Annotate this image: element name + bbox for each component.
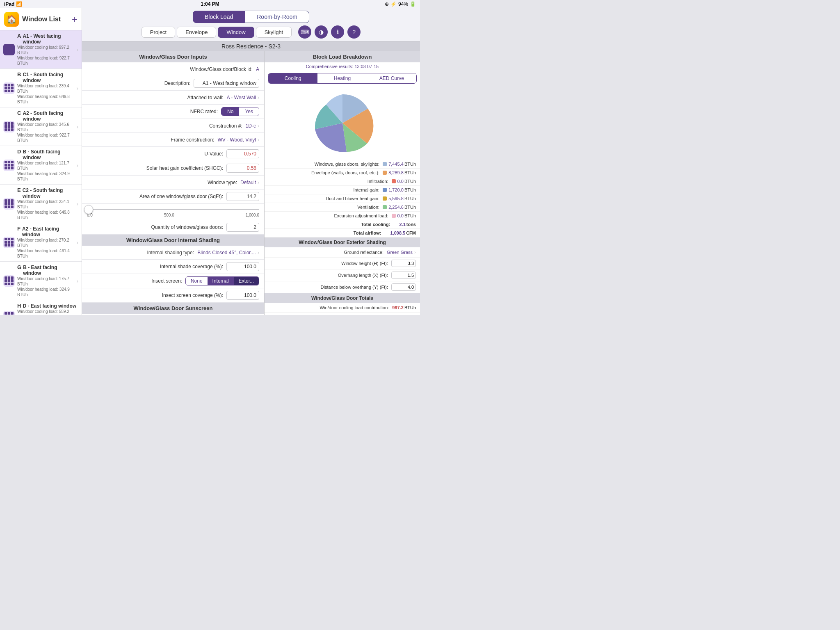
list-item[interactable]: E C2 - South facing window Win/door cool…: [0, 185, 82, 223]
nfrc-no[interactable]: No: [221, 107, 239, 116]
ground-reflectance-value[interactable]: Green Grass: [387, 250, 413, 255]
item-cool: Win/door cooling load: 239.4 BTUh: [17, 83, 76, 94]
slider-track[interactable]: [87, 206, 259, 213]
data-value: 7,445.4: [388, 162, 404, 167]
data-color-dot: [383, 162, 387, 166]
cooling-contrib-value: 997.2: [392, 305, 404, 310]
quantity-input[interactable]: [226, 223, 259, 232]
nfrc-yes[interactable]: Yes: [239, 107, 259, 116]
sunscreen-type-row: Sunscreen type: 1.0 - No Screen ›: [82, 314, 264, 315]
heating-tab[interactable]: Heating: [317, 73, 367, 83]
data-value: 2.1: [399, 222, 405, 227]
item-content: E C2 - South facing window Win/door cool…: [17, 187, 76, 220]
window-height-input[interactable]: [391, 260, 416, 267]
item-header: C A2 - South facing window: [17, 110, 76, 122]
item-name: D - East facing window: [23, 303, 76, 309]
data-row: Ventilation: 2,254.6 BTUh: [265, 203, 420, 212]
attached-wall-row: Attached to wall: A - West Wall ›: [82, 91, 264, 105]
shading-type-label: Internal shading type:: [87, 250, 197, 256]
window-height-row: Window height (H) (Ft):: [265, 258, 420, 269]
tab-envelope[interactable]: Envelope: [177, 27, 216, 38]
exterior-shading-header: Window/Glass Door Exterior Shading: [265, 237, 420, 247]
room-by-room-button[interactable]: Room-by-Room: [245, 11, 309, 23]
list-item[interactable]: F A2 - East facing window Win/door cooli…: [0, 223, 82, 262]
item-cool: Win/door cooling load: 997.2 BTUh: [17, 45, 76, 55]
insect-exterior[interactable]: Exter...: [234, 277, 259, 285]
calculator-button[interactable]: ⌨: [298, 25, 311, 39]
item-content: A A1 - West facing window Win/door cooli…: [17, 33, 76, 66]
list-item[interactable]: C A2 - South facing window Win/door cool…: [0, 107, 82, 146]
item-icon: [3, 121, 15, 132]
slider-ticks: 0.0 500.0 1,000.0: [87, 213, 259, 217]
ground-reflectance-label: Ground reflectance:: [269, 250, 387, 255]
attached-wall-chevron: ›: [258, 95, 259, 100]
sidebar-list: A A1 - West facing window Win/door cooli…: [0, 30, 82, 315]
add-window-button[interactable]: +: [72, 14, 78, 25]
shading-type-row: Internal shading type: Blinds Closed 45°…: [82, 246, 264, 260]
block-id-value[interactable]: A: [256, 66, 259, 72]
slider-mid: 500.0: [164, 213, 174, 217]
description-label: Description:: [87, 80, 194, 86]
construction-label: Construction #:: [87, 123, 246, 129]
time-display: 1:04 PM: [201, 1, 219, 7]
attached-wall-value[interactable]: A - West Wall: [227, 95, 256, 100]
item-content: F A2 - East facing window Win/door cooli…: [17, 226, 76, 259]
overhang-length-input[interactable]: [391, 272, 416, 279]
window-type-value[interactable]: Default: [240, 180, 256, 185]
item-letter: H: [17, 303, 21, 309]
description-input[interactable]: [194, 79, 259, 88]
block-load-button[interactable]: Block Load: [193, 11, 245, 23]
insect-coverage-input[interactable]: [226, 291, 259, 300]
project-title: Ross Residence - S2-3: [82, 41, 420, 51]
item-name: C1 - South facing window: [23, 72, 76, 83]
tab-window[interactable]: Window: [218, 27, 254, 38]
info-button[interactable]: ℹ: [331, 25, 344, 39]
data-row: Duct and blower heat gain: 5,595.8 BTUh: [265, 194, 420, 203]
item-icon: [3, 44, 15, 55]
ipad-label: iPad: [4, 1, 14, 7]
distance-below-label: Distance below overhang (Y) (Ft):: [269, 285, 391, 290]
uvalue-input[interactable]: [226, 149, 259, 158]
chart-button[interactable]: ◑: [315, 25, 328, 39]
frame-value[interactable]: WV - Wood, Vinyl: [217, 137, 256, 143]
aed-tab[interactable]: AED Curve: [367, 73, 416, 83]
item-header: D B - South facing window: [17, 148, 76, 160]
status-bar: iPad 📶 1:04 PM ⊕ ⚡ 94% 🔋: [0, 0, 420, 8]
insect-none[interactable]: None: [186, 277, 208, 285]
data-row: Total cooling: 2.1 tons: [265, 220, 420, 229]
data-row: Envelope (walls, doors, roof, etc.): 8,2…: [265, 169, 420, 177]
construction-value[interactable]: 1D-c: [246, 123, 256, 129]
cooling-tab[interactable]: Cooling: [268, 73, 317, 83]
list-item[interactable]: G B - East facing window Win/door coolin…: [0, 262, 82, 300]
list-item[interactable]: H D - East facing window Win/door coolin…: [0, 300, 82, 315]
shading-section-header: Window/Glass Door Internal Shading: [82, 235, 264, 246]
right-panel: Block Load Breakdown Comprehensive resul…: [264, 51, 420, 315]
shgc-input[interactable]: [226, 164, 259, 173]
tab-project[interactable]: Project: [142, 27, 175, 38]
ground-reflectance-chevron: ›: [414, 249, 416, 255]
list-item[interactable]: D B - South facing window Win/door cooli…: [0, 146, 82, 185]
tab-skylight[interactable]: Skylight: [256, 27, 292, 38]
help-button[interactable]: ?: [347, 25, 361, 39]
shgc-row: Solar heat gain coefficient (SHGC):: [82, 161, 264, 176]
tab-bar: Project Envelope Window Skylight ⌨ ◑ ℹ ?: [82, 25, 420, 41]
shade-coverage-row: Internal shade coverage (%):: [82, 260, 264, 274]
grid-icon: [3, 160, 15, 171]
item-chevron: ›: [76, 123, 78, 130]
data-unit: tons: [406, 222, 416, 227]
shading-type-value[interactable]: Blinds Closed 45°, Color....: [197, 250, 256, 256]
shade-coverage-input[interactable]: [226, 262, 259, 271]
data-row: Infiltration: 0.0 BTUh: [265, 177, 420, 186]
list-item[interactable]: B C1 - South facing window Win/door cool…: [0, 69, 82, 107]
item-cool: Win/door cooling load: 175.7 BTUh: [17, 276, 76, 287]
distance-below-input[interactable]: [391, 283, 416, 291]
insect-internal[interactable]: Internal: [208, 277, 234, 285]
pie-chart: [306, 90, 379, 156]
item-heat: Win/door heating load: 649.8 BTUh: [17, 210, 76, 220]
load-type-selector: Block Load Room-by-Room: [82, 11, 420, 23]
slider-thumb[interactable]: [84, 205, 93, 214]
area-input[interactable]: [226, 192, 259, 201]
data-row: Windows, glass doors, skylights: 7,445.4…: [265, 160, 420, 169]
list-item[interactable]: A A1 - West facing window Win/door cooli…: [0, 30, 82, 69]
data-color-dot: [383, 196, 387, 201]
